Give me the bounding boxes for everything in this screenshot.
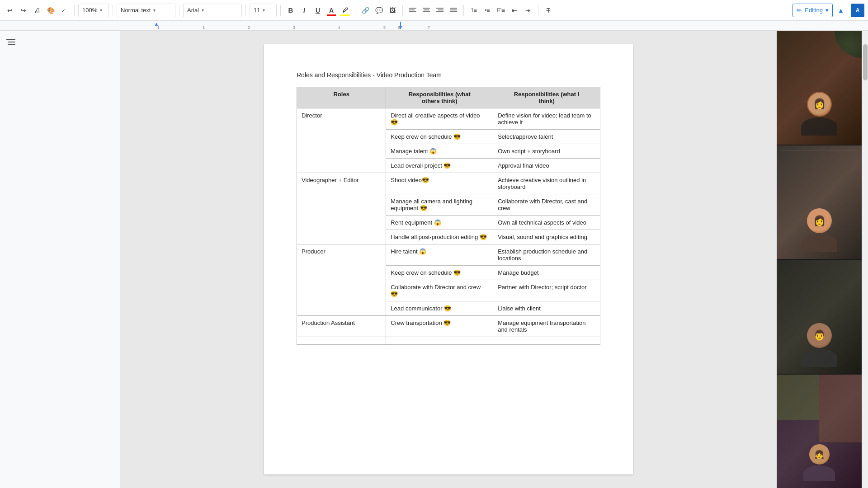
user-avatar[interactable]: A [851, 4, 864, 17]
sep5 [280, 5, 281, 16]
resp-video-others-3[interactable]: Rent equipment 😱 [386, 216, 493, 230]
svg-text:1: 1 [203, 25, 205, 30]
role-videographer[interactable]: Videographer + Editor [297, 173, 386, 244]
sep6 [355, 5, 355, 16]
resp-director-mine-3[interactable]: Own script + storyboard [493, 144, 600, 159]
sep2 [113, 5, 113, 16]
font-value: Arial [187, 7, 199, 14]
table-row [297, 337, 600, 345]
resp-pa-mine-1[interactable]: Manage equipment transportation and rent… [493, 316, 600, 337]
resp-director-others-2[interactable]: Keep crew on schedule 😎 [386, 130, 493, 144]
document-title[interactable]: Roles and Responsibilities - Video Produ… [297, 71, 600, 79]
numbered-list-button[interactable]: 1≡ [467, 4, 480, 17]
bullet-list-button[interactable]: •≡ [481, 4, 494, 17]
comment-button[interactable]: 💬 [373, 4, 385, 17]
resp-video-mine-1[interactable]: Achieve creative vision outlined in stor… [493, 173, 600, 194]
outline-toggle-button[interactable] [4, 35, 18, 50]
resp-producer-others-1[interactable]: Hire talent 😱 [386, 244, 493, 266]
justify-button[interactable] [447, 4, 460, 17]
svg-rect-24 [6, 39, 15, 40]
zoom-arrow: ▾ [100, 8, 102, 13]
resp-video-mine-2[interactable]: Collaborate with Director, cast and crew [493, 194, 600, 216]
insert-group: 🔗 💬 🖼 [359, 4, 399, 17]
font-size-dropdown[interactable]: 11 ▾ [250, 4, 277, 17]
checklist-button[interactable]: ☑≡ [495, 4, 507, 17]
resp-pa-others-1[interactable]: Crew transportation 😎 [386, 316, 493, 337]
resp-video-others-4[interactable]: Handle all post-production editing 😎 [386, 230, 493, 244]
spell-check-button[interactable]: ✓ [58, 4, 71, 17]
svg-text:3: 3 [293, 25, 295, 30]
svg-text:✓: ✓ [61, 8, 66, 14]
sep7 [402, 5, 403, 16]
highlight-button[interactable]: 🖊 [339, 4, 351, 17]
resp-video-mine-4[interactable]: Visual, sound and graphics editing [493, 230, 600, 244]
resp-producer-mine-3[interactable]: Partner with Director; script doctor [493, 280, 600, 301]
redo-button[interactable]: ↪ [17, 4, 30, 17]
print-button[interactable]: 🖨 [31, 4, 43, 17]
align-right-button[interactable] [434, 4, 446, 17]
editing-label: Editing [805, 7, 823, 14]
video-tile-2[interactable]: 👩 [777, 145, 862, 259]
resp-producer-others-2[interactable]: Keep crew on schedule 😎 [386, 266, 493, 280]
editing-arrow: ▾ [826, 7, 829, 14]
resp-director-others-3[interactable]: Manage talent 😱 [386, 144, 493, 159]
sep8 [463, 5, 464, 16]
resp-producer-mine-4[interactable]: Liaise with client [493, 301, 600, 316]
resp-producer-others-3[interactable]: Collaborate with Director and crew 😎 [386, 280, 493, 301]
header-roles: Roles [297, 87, 386, 108]
resp-video-others-1[interactable]: Shoot video😎 [386, 173, 493, 194]
role-director[interactable]: Director [297, 108, 386, 173]
collapse-sidebar-button[interactable]: ▲ [835, 4, 847, 17]
resp-director-others-1[interactable]: Direct all creative aspects of video 😎 [386, 108, 493, 130]
zoom-dropdown[interactable]: 100% ▾ [78, 4, 109, 17]
undo-button[interactable]: ↩ [4, 4, 16, 17]
svg-text:4: 4 [338, 25, 340, 30]
resp-director-mine-1[interactable]: Define vision for video; lead team to ac… [493, 108, 600, 130]
table-header: Roles Responsibilities (whatothers think… [297, 87, 600, 108]
resp-director-mine-2[interactable]: Select/approve talent [493, 130, 600, 144]
resp-video-others-2[interactable]: Manage all camera and lighting equipment… [386, 194, 493, 216]
image-button[interactable]: 🖼 [386, 4, 399, 17]
font-arrow: ▾ [202, 8, 204, 13]
resp-producer-mine-1[interactable]: Establish production schedule and locati… [493, 244, 600, 266]
video-tile-4[interactable]: 👧 [777, 375, 862, 488]
italic-button[interactable]: I [298, 4, 311, 17]
resp-pa-mine-2 [493, 337, 600, 345]
resp-director-mine-4[interactable]: Approval final video [493, 159, 600, 173]
editing-mode-dropdown[interactable]: ✏ Editing ▾ [793, 4, 833, 17]
svg-rect-26 [8, 44, 15, 45]
document-area[interactable]: Roles and Responsibilities - Video Produ… [120, 31, 777, 488]
resp-director-others-4[interactable]: Lead overall project 😎 [386, 159, 493, 173]
increase-indent-button[interactable]: ⇥ [522, 4, 534, 17]
header-resp-mine: Responsibilities (what Ithink) [493, 87, 600, 108]
scrollbar[interactable] [862, 31, 868, 488]
style-dropdown[interactable]: Normal text ▾ [117, 4, 175, 17]
role-producer[interactable]: Producer [297, 244, 386, 316]
header-resp-others: Responsibilities (whatothers think) [386, 87, 493, 108]
svg-text:7: 7 [428, 25, 430, 30]
underline-button[interactable]: U [311, 4, 324, 17]
bold-button[interactable]: B [284, 4, 297, 17]
font-dropdown[interactable]: Arial ▾ [183, 4, 242, 17]
video-tile-1[interactable]: 👩 [777, 31, 862, 145]
paint-format-button[interactable]: 🎨 [44, 4, 57, 17]
align-center-button[interactable] [420, 4, 433, 17]
align-group [406, 4, 460, 17]
history-group: ↩ ↪ 🖨 🎨 ✓ [4, 4, 71, 17]
style-value: Normal text [121, 7, 151, 14]
video-tile-3[interactable]: 👨 [777, 260, 862, 374]
clear-formatting-button[interactable]: T [542, 4, 555, 17]
decrease-indent-button[interactable]: ⇤ [508, 4, 521, 17]
resp-video-mine-3[interactable]: Own all technical aspects of video [493, 216, 600, 230]
resp-pa-others-2 [386, 337, 493, 345]
link-button[interactable]: 🔗 [359, 4, 372, 17]
role-pa-empty [297, 337, 386, 345]
role-prod-assistant[interactable]: Production Assistant [297, 316, 386, 337]
resp-producer-others-4[interactable]: Lead communicator 😎 [386, 301, 493, 316]
main-area: Roles and Responsibilities - Video Produ… [0, 31, 868, 488]
table-body: Director Direct all creative aspects of … [297, 108, 600, 345]
resp-producer-mine-2[interactable]: Manage budget [493, 266, 600, 280]
sep1 [74, 5, 75, 16]
align-left-button[interactable] [406, 4, 419, 17]
text-color-button[interactable]: A [325, 4, 338, 17]
